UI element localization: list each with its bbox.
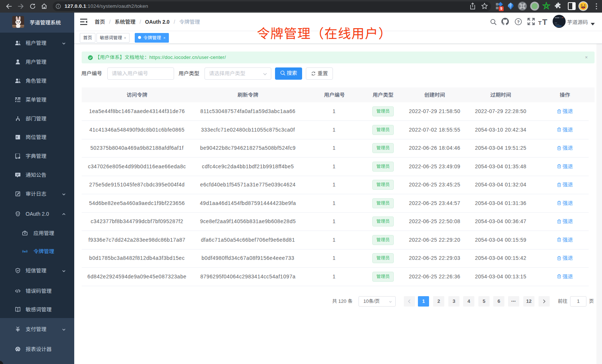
svg-text:?: ? xyxy=(517,20,520,24)
svg-text:T: T xyxy=(538,20,542,26)
svg-text:a: a xyxy=(24,250,26,253)
svg-text:9: 9 xyxy=(500,7,503,11)
svg-text:T: T xyxy=(542,17,547,27)
